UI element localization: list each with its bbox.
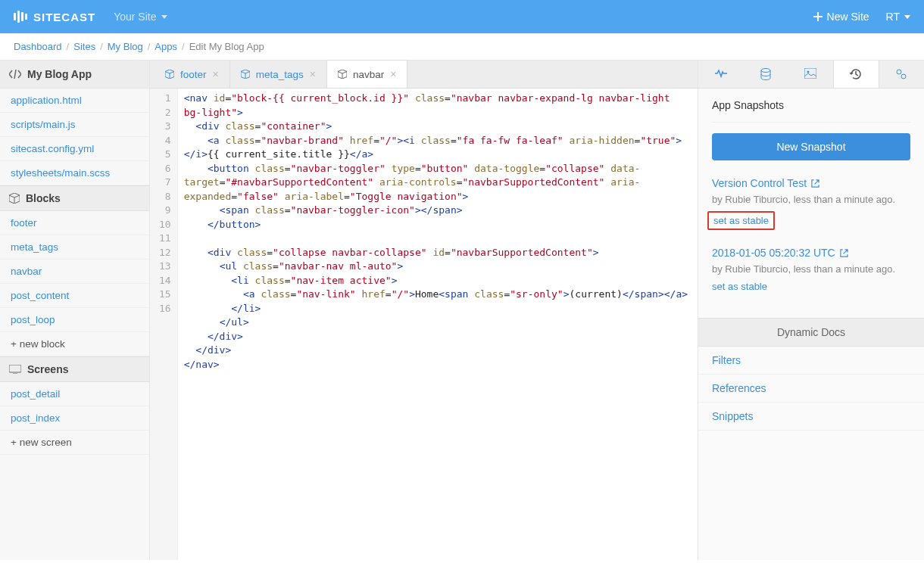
new-site-button[interactable]: New Site: [813, 11, 869, 23]
history-tab[interactable]: [833, 61, 879, 88]
new-snapshot-button[interactable]: New Snapshot: [712, 133, 910, 160]
cube-icon: [9, 193, 20, 204]
close-icon[interactable]: ×: [213, 68, 219, 80]
snapshots-title: App Snapshots: [712, 99, 910, 123]
sidebar-block-item[interactable]: navbar: [0, 260, 149, 284]
svg-rect-0: [9, 365, 21, 372]
settings-tab[interactable]: [879, 61, 924, 88]
sitecast-icon: [14, 11, 27, 23]
breadcrumb: Dashboard/Sites/My Blog/Apps/Edit My Blo…: [0, 33, 924, 61]
user-menu[interactable]: RT: [886, 11, 910, 23]
set-stable-link[interactable]: set as stable: [712, 281, 767, 292]
chevron-down-icon: [904, 15, 910, 19]
external-link-icon: [811, 179, 819, 188]
docs-link[interactable]: References: [698, 375, 924, 403]
snapshot-byline: by Rubie Tiburcio, less than a minute ag…: [712, 263, 910, 275]
sidebar: My Blog App application.htmlscripts/main…: [0, 61, 150, 560]
svg-point-5: [901, 74, 906, 79]
close-icon[interactable]: ×: [310, 68, 316, 80]
new-screen-button[interactable]: + new screen: [0, 431, 149, 455]
database-icon: [760, 68, 771, 80]
sidebar-block-item[interactable]: meta_tags: [0, 235, 149, 260]
sidebar-file-item[interactable]: application.html: [0, 89, 149, 113]
docs-link[interactable]: Snippets: [698, 403, 924, 431]
sidebar-file-item[interactable]: scripts/main.js: [0, 113, 149, 137]
sidebar-screens-header: Screens: [0, 356, 149, 382]
cube-icon: [165, 70, 174, 79]
external-link-icon: [840, 249, 848, 257]
code-icon: [9, 70, 21, 79]
sidebar-blocks-header: Blocks: [0, 185, 149, 211]
history-icon: [850, 68, 862, 80]
sidebar-file-item[interactable]: sitecast.config.yml: [0, 137, 149, 161]
image-tab[interactable]: [788, 61, 832, 88]
chevron-down-icon: [161, 15, 167, 19]
code-content[interactable]: <nav id="block-{{ current_block.id }}" c…: [178, 89, 698, 560]
monitor-icon: [9, 365, 21, 374]
svg-rect-2: [804, 68, 816, 79]
editor-tab[interactable]: footer×: [155, 61, 230, 88]
docs-link[interactable]: Filters: [698, 347, 924, 375]
right-panel: App Snapshots New Snapshot Version Contr…: [698, 61, 924, 560]
breadcrumb-link[interactable]: Apps: [155, 41, 177, 52]
svg-point-3: [807, 71, 810, 73]
breadcrumb-link[interactable]: My Blog: [108, 41, 143, 52]
image-icon: [804, 68, 816, 79]
sidebar-app-header: My Blog App: [0, 61, 149, 89]
database-tab[interactable]: [743, 61, 788, 88]
set-stable-link[interactable]: set as stable: [707, 211, 775, 230]
editor-tab[interactable]: navbar×: [327, 60, 407, 88]
svg-point-4: [897, 70, 901, 74]
sidebar-screen-item[interactable]: post_detail: [0, 382, 149, 406]
editor-pane: footer×meta_tags×navbar× 123456789101112…: [150, 61, 698, 560]
breadcrumb-link[interactable]: Dashboard: [14, 41, 62, 52]
site-selector[interactable]: Your Site: [114, 11, 167, 23]
topbar: SITECAST Your Site New Site RT: [0, 0, 924, 33]
sidebar-block-item[interactable]: post_loop: [0, 308, 149, 332]
brand-logo[interactable]: SITECAST: [14, 11, 95, 23]
dynamic-docs-header: Dynamic Docs: [698, 318, 924, 347]
snapshot-byline: by Rubie Tiburcio, less than a minute ag…: [712, 194, 910, 205]
sidebar-block-item[interactable]: footer: [0, 211, 149, 235]
code-editor[interactable]: 12345678910111213141516 <nav id="block-{…: [150, 89, 698, 560]
sidebar-block-item[interactable]: post_content: [0, 284, 149, 308]
sidebar-screen-item[interactable]: post_index: [0, 406, 149, 431]
svg-point-1: [761, 69, 770, 73]
plus-icon: [813, 12, 823, 21]
close-icon[interactable]: ×: [390, 68, 396, 80]
brand-text: SITECAST: [33, 11, 95, 23]
snapshot-entry: 2018-01-05 05:20:32 UTC by Rubie Tiburci…: [712, 247, 910, 292]
gears-icon: [895, 68, 907, 80]
line-gutter: 12345678910111213141516: [150, 89, 178, 560]
cube-icon: [338, 70, 347, 79]
right-panel-tabs: [698, 61, 924, 89]
snapshot-title-link[interactable]: Version Control Test: [712, 177, 910, 189]
snapshot-entry: Version Control Test by Rubie Tiburcio, …: [712, 177, 910, 230]
cube-icon: [241, 70, 250, 79]
breadcrumb-link[interactable]: Sites: [73, 41, 95, 52]
health-tab[interactable]: [698, 61, 743, 88]
new-block-button[interactable]: + new block: [0, 332, 149, 356]
editor-tabs: footer×meta_tags×navbar×: [150, 61, 698, 89]
editor-tab[interactable]: meta_tags×: [230, 61, 327, 88]
sidebar-file-item[interactable]: stylesheets/main.scss: [0, 161, 149, 185]
snapshot-title-link[interactable]: 2018-01-05 05:20:32 UTC: [712, 247, 910, 259]
breadcrumb-current: Edit My Blog App: [189, 41, 264, 52]
heartbeat-icon: [715, 68, 727, 79]
